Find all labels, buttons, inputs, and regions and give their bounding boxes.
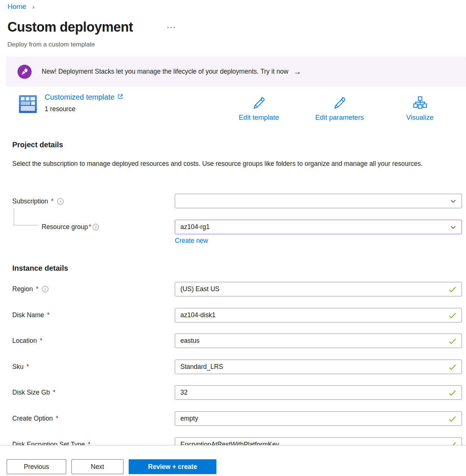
project-details-description: Select the subscription to manage deploy… bbox=[12, 158, 440, 170]
required-asterisk: * bbox=[51, 197, 54, 205]
child-field-connector bbox=[14, 208, 38, 225]
review-create-button[interactable]: Review + create bbox=[129, 459, 216, 474]
field-label: Create Option * bbox=[12, 415, 58, 422]
field-value: (US) East US bbox=[180, 285, 219, 293]
required-asterisk: * bbox=[89, 223, 91, 231]
banner-message: New! Deployment Stacks let you manage th… bbox=[42, 68, 288, 75]
form-row: Create Option * empty bbox=[0, 411, 466, 426]
field-value: Standard_LRS bbox=[180, 363, 223, 371]
info-icon[interactable]: i bbox=[42, 286, 48, 292]
field-value: eastus bbox=[180, 337, 200, 345]
instance-details-heading: Instance details bbox=[12, 264, 68, 273]
breadcrumb: Home › bbox=[7, 3, 35, 11]
required-asterisk: * bbox=[56, 415, 58, 422]
required-asterisk: * bbox=[47, 311, 50, 319]
form-row: Disk Size Gb * 32 bbox=[0, 385, 466, 400]
valid-check-icon bbox=[448, 363, 457, 374]
edit-parameters-button[interactable]: Edit parameters bbox=[299, 96, 380, 122]
resource-group-dropdown[interactable]: az104-rg1 bbox=[175, 220, 462, 234]
breadcrumb-separator: › bbox=[32, 3, 35, 10]
valid-check-icon bbox=[448, 414, 457, 425]
valid-check-icon bbox=[448, 285, 457, 296]
required-asterisk: * bbox=[26, 363, 29, 371]
template-icon bbox=[19, 95, 37, 115]
field-input[interactable]: az104-disk1 bbox=[175, 308, 462, 322]
deployment-stacks-banner[interactable]: New! Deployment Stacks let you manage th… bbox=[6, 57, 466, 87]
field-input[interactable]: eastus bbox=[175, 334, 462, 348]
field-value: empty bbox=[180, 415, 198, 422]
field-input[interactable]: (US) East US bbox=[175, 282, 462, 296]
hierarchy-icon bbox=[413, 105, 427, 111]
subscription-dropdown[interactable] bbox=[175, 194, 462, 208]
valid-check-icon bbox=[448, 311, 457, 322]
info-icon[interactable]: i bbox=[93, 224, 99, 230]
subscription-label: Subscription * i bbox=[12, 197, 64, 205]
valid-check-icon bbox=[448, 337, 457, 348]
valid-check-icon bbox=[448, 388, 457, 399]
field-label: Sku * bbox=[12, 363, 29, 371]
visualize-button[interactable]: Visualize bbox=[379, 96, 461, 122]
previous-button[interactable]: Previous bbox=[7, 459, 66, 474]
page-title: Custom deployment bbox=[7, 19, 133, 35]
field-label: Disk Size Gb * bbox=[12, 389, 55, 396]
visualize-label: Visualize bbox=[379, 113, 461, 122]
page-subtitle: Deploy from a custom template bbox=[7, 41, 95, 48]
field-value: az104-disk1 bbox=[180, 311, 215, 319]
external-link-icon bbox=[117, 93, 123, 102]
field-input[interactable]: empty bbox=[175, 411, 462, 426]
next-button[interactable]: Next bbox=[71, 459, 123, 474]
create-new-link[interactable]: Create new bbox=[175, 237, 208, 245]
field-label: Region * i bbox=[12, 285, 48, 293]
arrow-right-icon: → bbox=[293, 67, 301, 76]
breadcrumb-home-link[interactable]: Home bbox=[7, 3, 26, 10]
field-value: 32 bbox=[180, 389, 187, 396]
chevron-down-icon bbox=[450, 198, 456, 206]
form-row: Region * i (US) East US bbox=[0, 282, 466, 296]
pencil-icon bbox=[252, 105, 266, 111]
resource-group-label: Resource group * i bbox=[42, 223, 99, 231]
project-details-heading: Project details bbox=[12, 141, 63, 149]
customized-template-label: Customized template bbox=[45, 93, 115, 102]
field-input[interactable]: 32 bbox=[175, 385, 462, 400]
form-row: Sku * Standard_LRS bbox=[0, 360, 466, 374]
rocket-icon bbox=[17, 65, 32, 79]
customized-template-link[interactable]: Customized template bbox=[45, 93, 123, 102]
info-icon[interactable]: i bbox=[57, 198, 64, 205]
resource-count: 1 resource bbox=[45, 105, 75, 113]
edit-template-label: Edit template bbox=[218, 113, 300, 122]
field-label: Location * bbox=[12, 337, 42, 345]
field-label: Disk Name * bbox=[12, 311, 49, 319]
edit-parameters-label: Edit parameters bbox=[299, 113, 380, 122]
resource-group-value: az104-rg1 bbox=[180, 223, 210, 231]
edit-template-button[interactable]: Edit template bbox=[218, 96, 300, 122]
required-asterisk: * bbox=[36, 285, 38, 293]
required-asterisk: * bbox=[40, 337, 42, 345]
chevron-down-icon bbox=[450, 224, 456, 232]
pencil-icon bbox=[332, 105, 347, 111]
required-asterisk: * bbox=[53, 389, 55, 396]
custom-deployment-page: Home › Custom deployment ··· Deploy from… bbox=[0, 0, 466, 476]
form-row: Location * eastus bbox=[0, 334, 466, 348]
footer-bar: Previous Next Review + create bbox=[0, 445, 466, 476]
more-options-icon[interactable]: ··· bbox=[167, 22, 176, 32]
form-row: Disk Name * az104-disk1 bbox=[0, 308, 466, 322]
field-input[interactable]: Standard_LRS bbox=[175, 360, 462, 374]
